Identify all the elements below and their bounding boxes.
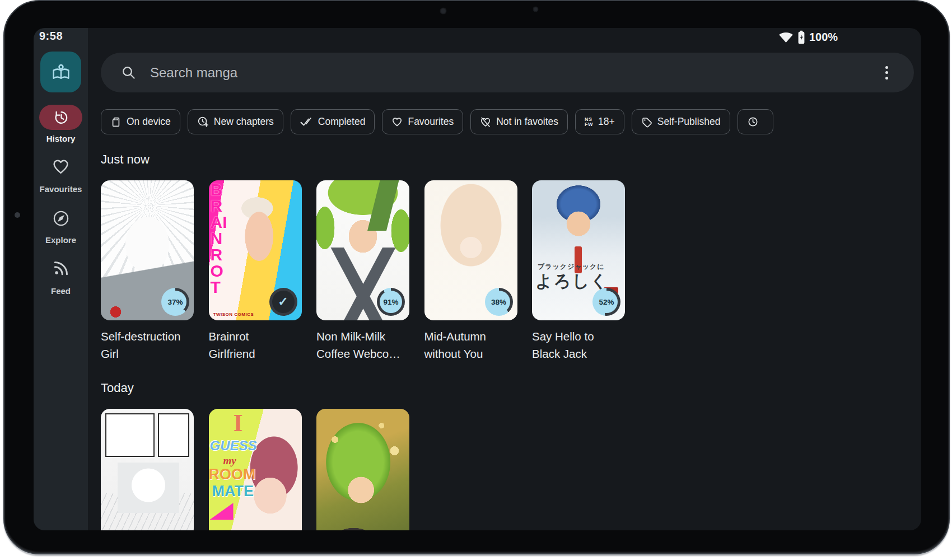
manga-cover[interactable]: 38% xyxy=(424,180,517,320)
search-bar[interactable]: Search manga xyxy=(101,53,914,92)
manga-card-mid-autumn-without-you[interactable]: 38% Mid-Autumn without You xyxy=(424,180,517,362)
cover-title-word: I xyxy=(234,409,243,437)
heart-off-icon xyxy=(480,116,491,128)
cover-title-word: GUESS xyxy=(210,438,257,454)
read-progress-badge: 37% xyxy=(161,288,189,316)
cover-title-word: MATE xyxy=(212,483,254,500)
sidebar-label-favourites: Favourites xyxy=(34,184,88,194)
nsfw-icon: NS FW xyxy=(585,117,593,127)
manga-cover[interactable]: ブラックジャックに よろしく 52% xyxy=(532,180,625,320)
history-icon xyxy=(53,110,69,125)
manga-title: Self-destruction Girl xyxy=(101,328,194,362)
navigation-rail xyxy=(34,28,88,530)
manga-title: Mid-Autumn without You xyxy=(424,328,517,362)
page: 9:58 100% xyxy=(0,0,952,560)
cover-publisher-text: TWISON COMICS xyxy=(213,312,254,317)
side-camera xyxy=(15,212,20,218)
cover-vertical-title-text: BRAINROT xyxy=(211,181,231,295)
manga-cover[interactable] xyxy=(316,409,409,530)
cover-title-word: ROOM xyxy=(209,466,256,483)
app-logo-icon xyxy=(50,61,72,83)
rss-feed-icon xyxy=(53,260,69,277)
manga-card-guess-my-roommate[interactable]: I GUESS my ROOM MATE xyxy=(209,409,302,530)
heart-icon xyxy=(52,158,69,175)
history-row-today: I GUESS my ROOM MATE xyxy=(101,409,921,530)
filter-chip-row: On device New chapters xyxy=(101,109,921,136)
filter-chip-label: Completed xyxy=(318,116,366,128)
filter-chip-not-in-favourites[interactable]: Not in favoites xyxy=(470,109,568,134)
manga-card-brainrot-girlfriend[interactable]: BRAINROT TWISON COMICS ✓ Brainrot Girlfr… xyxy=(209,180,302,362)
cover-title-word: my xyxy=(223,455,236,467)
clock-plus-icon xyxy=(197,116,209,128)
sidebar-item-favourites[interactable] xyxy=(34,158,88,175)
manga-card-say-hello-to-black-jack[interactable]: ブラックジャックに よろしく 52% Say Hello to Black Ja… xyxy=(532,180,625,362)
manga-card-bw-comic[interactable] xyxy=(101,409,194,530)
filter-chip-label: On device xyxy=(127,116,171,128)
search-input[interactable]: Search manga xyxy=(150,65,882,81)
cover-art-detail xyxy=(210,503,234,520)
manga-card-self-destruction-girl[interactable]: 37% Self-destruction Girl xyxy=(101,180,194,362)
manga-title: Brainrot Girlfriend xyxy=(209,328,302,362)
check-icon: ✓ xyxy=(278,295,288,309)
manga-card-night-market[interactable] xyxy=(316,409,409,530)
cover-japanese-text-large: よろしく xyxy=(535,270,609,293)
manga-cover[interactable]: I GUESS my ROOM MATE xyxy=(209,409,302,530)
filter-chip-label: New chapters xyxy=(214,116,274,128)
tag-icon xyxy=(641,116,652,128)
clock-icon xyxy=(747,116,759,128)
filter-chip-partial[interactable] xyxy=(738,109,773,134)
sidebar-item-history[interactable] xyxy=(39,105,82,130)
filter-chip-label: Self-Published xyxy=(657,116,721,128)
main-content: Search manga On device xyxy=(101,28,921,530)
filter-chip-new-chapters[interactable]: New chapters xyxy=(188,109,283,134)
tablet-frame: 9:58 100% xyxy=(3,0,950,554)
read-progress-badge: 52% xyxy=(592,288,620,316)
sd-card-icon xyxy=(110,116,122,128)
front-camera xyxy=(440,8,446,14)
filter-chip-label: Not in favoites xyxy=(496,116,558,128)
filter-chip-label: Favourites xyxy=(408,116,454,128)
sidebar-item-feed[interactable] xyxy=(34,260,88,277)
manga-cover[interactable] xyxy=(101,409,194,530)
manga-cover[interactable]: BRAINROT TWISON COMICS ✓ xyxy=(209,180,302,320)
heart-icon xyxy=(391,116,403,127)
completed-badge: ✓ xyxy=(269,288,297,316)
search-icon xyxy=(121,65,136,80)
filter-chip-self-published[interactable]: Self-Published xyxy=(632,109,730,134)
overflow-menu-button[interactable] xyxy=(882,63,892,83)
sidebar-label-feed: Feed xyxy=(34,286,88,296)
read-progress-badge: 38% xyxy=(485,288,513,316)
manga-title: Say Hello to Black Jack xyxy=(532,328,625,362)
tablet-screen: 9:58 100% xyxy=(34,28,921,530)
sidebar-item-explore[interactable] xyxy=(34,209,88,227)
cover-art-detail xyxy=(158,413,189,457)
app-logo-button[interactable] xyxy=(40,52,81,92)
manga-cover[interactable]: 91% xyxy=(316,180,409,320)
sidebar-label-history: History xyxy=(34,134,88,143)
manga-card-non-milk-milk-coffee[interactable]: 91% Non Milk-Milk Coffee Webco… xyxy=(316,180,409,362)
filter-chip-18plus[interactable]: NS FW 18+ xyxy=(575,109,624,134)
light-sensor xyxy=(533,7,538,12)
manga-title: Non Milk-Milk Coffee Webco… xyxy=(316,328,409,362)
filter-chip-label: 18+ xyxy=(598,116,615,128)
filter-chip-favourites[interactable]: Favourites xyxy=(382,109,463,134)
compass-icon xyxy=(52,209,70,227)
status-bar-time: 9:58 xyxy=(39,30,63,43)
double-check-icon xyxy=(300,117,313,127)
manga-cover[interactable]: 37% xyxy=(101,180,194,320)
cover-art-detail xyxy=(118,463,179,513)
section-header-today: Today xyxy=(101,380,921,396)
section-header-just-now: Just now xyxy=(101,152,921,167)
filter-chip-on-device[interactable]: On device xyxy=(101,109,180,134)
history-row-just-now: 37% Self-destruction Girl BRAINROT TWISO… xyxy=(101,180,921,362)
filter-chip-completed[interactable]: Completed xyxy=(291,109,375,134)
cover-art-detail xyxy=(105,413,155,457)
read-progress-badge: 91% xyxy=(377,288,405,316)
sidebar-label-explore: Explore xyxy=(34,235,88,245)
